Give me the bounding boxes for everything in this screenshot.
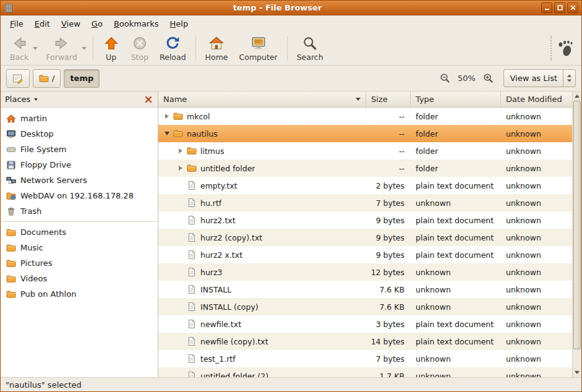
scroll-down-button[interactable] — [573, 368, 581, 377]
folder-icon — [173, 111, 183, 121]
menu-file[interactable]: File — [4, 17, 29, 30]
file-name: hurz2 x.txt — [200, 250, 242, 260]
file-date-modified: unknown — [501, 315, 572, 333]
sidebar-item-pub-on-athlon[interactable]: Pub on Athlon — [1, 286, 158, 302]
table-row[interactable]: hurz2.txt9 bytesplain text documentunkno… — [158, 211, 572, 229]
file-size: 1.7 KB — [366, 367, 411, 377]
window-title: temp - File Browser — [17, 3, 538, 12]
file-icon — [187, 232, 197, 242]
maximize-button[interactable] — [554, 2, 565, 13]
search-button[interactable]: Search — [291, 33, 329, 64]
webdav-icon — [6, 191, 16, 201]
path-button-root[interactable]: / — [33, 69, 61, 88]
menu-go[interactable]: Go — [86, 17, 108, 30]
sidebar-item-videos[interactable]: Videos — [1, 271, 158, 286]
scrollbar-thumb[interactable] — [573, 101, 581, 349]
home-button[interactable]: Home — [200, 33, 234, 64]
file-date-modified: unknown — [501, 263, 572, 281]
expander-collapsed-icon[interactable] — [162, 114, 172, 119]
file-type: folder — [411, 125, 501, 142]
file-date-modified: unknown — [501, 160, 572, 177]
file-name: hurz2.txt — [200, 216, 236, 225]
toolbar-drag-handle[interactable] — [550, 36, 552, 61]
sidebar-item-desktop[interactable]: Desktop — [1, 126, 158, 142]
window-icon — [4, 3, 14, 13]
forward-history-dropdown — [80, 35, 88, 62]
folder-icon — [6, 274, 16, 284]
file-name: INSTALL — [200, 285, 231, 294]
sidebar-item-network-servers[interactable]: Network Servers — [1, 173, 158, 188]
file-date-modified: unknown — [501, 333, 572, 350]
toolbar-separator — [287, 36, 288, 61]
sidebar-item-documents[interactable]: Documents — [1, 224, 158, 240]
expander-collapsed-icon[interactable] — [176, 148, 186, 153]
file-date-modified: unknown — [501, 142, 572, 160]
sidebar-item-floppy-drive[interactable]: Floppy Drive — [1, 157, 158, 173]
table-row[interactable]: hurz312 bytesunknownunknown — [158, 263, 572, 281]
close-sidebar-button[interactable] — [143, 95, 153, 104]
file-size: 14 bytes — [366, 333, 411, 350]
file-size: 2 bytes — [366, 177, 411, 194]
expander-expanded-icon[interactable] — [162, 132, 172, 135]
table-row[interactable]: hurz2 x.txt9 bytesplain text documentunk… — [158, 246, 572, 263]
table-row[interactable]: untitled folder--folderunknown — [158, 160, 572, 177]
zoom-out-button[interactable] — [437, 70, 452, 87]
file-type: folder — [411, 108, 501, 125]
sidebar-item-webdav-on-192-168-178-28[interactable]: WebDAV on 192.168.178.28 — [1, 188, 158, 203]
menu-edit[interactable]: Edit — [29, 17, 56, 30]
scroll-up-button[interactable] — [573, 92, 581, 101]
column-header-type[interactable]: Type — [411, 92, 501, 108]
scrollbar-track[interactable] — [573, 101, 581, 368]
menu-help[interactable]: Help — [165, 17, 194, 30]
zoom-in-button[interactable] — [481, 70, 495, 87]
places-selector[interactable]: Places — [5, 95, 38, 104]
table-row[interactable]: newfile.txt3 bytesplain text documentunk… — [158, 315, 572, 333]
reload-button[interactable]: Reload — [154, 33, 192, 64]
column-header-label: Date Modified — [506, 95, 562, 104]
table-row[interactable]: mkcol--folderunknown — [158, 108, 572, 125]
back-label: Back — [10, 53, 28, 62]
menubar: FileEditViewGoBookmarksHelp — [1, 15, 581, 32]
column-header-date-modified[interactable]: Date Modified — [501, 92, 572, 108]
table-row[interactable]: test_1.rtf7 bytesunknownunknown — [158, 350, 572, 367]
forward-label: Forward — [46, 53, 77, 62]
sidebar-item-trash[interactable]: Trash — [1, 203, 158, 219]
table-row[interactable]: hurz2 (copy).txt9 bytesplain text docume… — [158, 229, 572, 246]
column-header-name[interactable]: Name — [158, 92, 366, 108]
column-header-size[interactable]: Size — [366, 92, 411, 108]
file-name-cell: newfile.txt — [158, 315, 366, 333]
toolbar-separator — [93, 36, 93, 61]
table-row[interactable]: untitled folder (2)1.7 KBunknownunknown — [158, 367, 572, 377]
sidebar-item-label: Documents — [20, 228, 66, 237]
file-date-modified: unknown — [501, 229, 572, 246]
view-as-combo[interactable]: View as List — [503, 69, 576, 87]
menu-view[interactable]: View — [56, 17, 86, 30]
close-button[interactable] — [567, 2, 578, 13]
file-type: unknown — [411, 350, 501, 367]
computer-icon — [250, 35, 267, 52]
table-row[interactable]: nautilus--folderunknown — [158, 125, 572, 142]
sidebar-item-label: Videos — [20, 274, 47, 283]
table-row[interactable]: litmus--folderunknown — [158, 142, 572, 160]
file-name: untitled folder — [200, 164, 255, 173]
table-row[interactable]: INSTALL7.6 KBunknownunknown — [158, 281, 572, 298]
up-button[interactable]: Up — [97, 33, 126, 64]
vertical-scrollbar[interactable] — [572, 92, 581, 377]
list-header: NameSizeTypeDate Modified — [158, 92, 572, 108]
minimize-button[interactable] — [541, 2, 552, 13]
toggle-location-entry-button[interactable] — [6, 69, 30, 88]
menu-bookmarks[interactable]: Bookmarks — [108, 17, 165, 30]
sidebar-item-label: Music — [20, 243, 43, 252]
path-button-current[interactable]: temp — [64, 69, 100, 88]
table-row[interactable]: empty.txt2 bytesplain text documentunkno… — [158, 177, 572, 194]
sidebar-item-pictures[interactable]: Pictures — [1, 255, 158, 271]
table-row[interactable]: hu.rtf7 bytesunknownunknown — [158, 194, 572, 211]
titlebar[interactable]: temp - File Browser — [1, 1, 581, 15]
sidebar-item-file-system[interactable]: File System — [1, 142, 158, 157]
expander-collapsed-icon[interactable] — [176, 166, 186, 171]
table-row[interactable]: newfile (copy).txt14 bytesplain text doc… — [158, 333, 572, 350]
table-row[interactable]: INSTALL (copy)7.6 KBunknownunknown — [158, 298, 572, 315]
computer-button[interactable]: Computer — [234, 33, 283, 64]
sidebar-item-music[interactable]: Music — [1, 240, 158, 255]
sidebar-item-martin[interactable]: martin — [1, 111, 158, 126]
